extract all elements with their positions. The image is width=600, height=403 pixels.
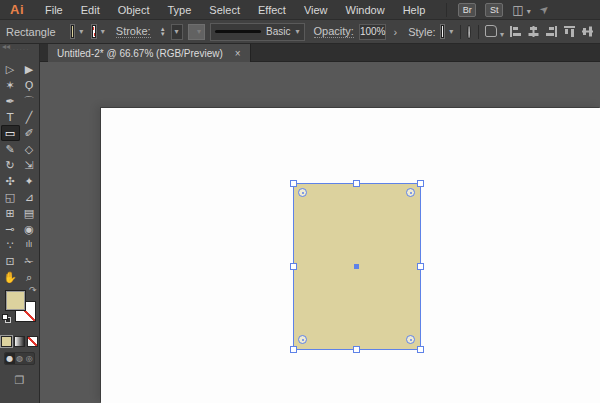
slice-tool[interactable]: ✁: [20, 253, 39, 269]
scale-tool[interactable]: ⇲: [20, 157, 39, 173]
tools-panel-header[interactable]: ◂◂ ······: [0, 44, 39, 59]
gpu-performance-icon[interactable]: ➤: [537, 2, 552, 18]
symbol-sprayer-tool[interactable]: ∵: [1, 237, 20, 253]
rotate-tool[interactable]: ↻: [1, 157, 20, 173]
puppet-warp-tool[interactable]: ✦: [20, 173, 39, 189]
workspace-switcher[interactable]: ◫ ▾: [512, 3, 530, 17]
handle-middle-left[interactable]: [290, 263, 297, 270]
stroke-weight-dropdown[interactable]: ▾: [171, 24, 183, 40]
pencil-tool[interactable]: ✎: [1, 141, 20, 157]
menu-object[interactable]: Object: [109, 4, 159, 16]
graphic-style-swatch[interactable]: [441, 25, 445, 38]
handle-bottom-right[interactable]: [417, 346, 424, 353]
chevron-down-icon[interactable]: ▾: [79, 27, 83, 36]
column-graph-tool[interactable]: ılı: [20, 237, 39, 253]
shape-properties-button[interactable]: ▾: [485, 25, 504, 39]
document-tab-title: Untitled-2* @ 66.67% (RGB/Preview): [57, 48, 223, 59]
align-horizontal-left-icon[interactable]: [509, 25, 522, 39]
artboard-tool[interactable]: ⊡: [1, 253, 20, 269]
eyedropper-tool[interactable]: ⊸: [1, 221, 20, 237]
handle-middle-right[interactable]: [417, 263, 424, 270]
opacity-value-field[interactable]: 100%: [359, 24, 387, 40]
puppet-warp-tool-icon: ✦: [24, 176, 33, 187]
pen-tool[interactable]: ✒: [1, 93, 20, 109]
rectangle-tool[interactable]: ▭: [1, 125, 20, 141]
stroke-weight-label[interactable]: Stroke:: [116, 25, 151, 38]
menu-file[interactable]: File: [36, 4, 72, 16]
lasso-tool-icon: Ϙ: [25, 80, 34, 91]
width-tool-icon: ✣: [5, 176, 14, 187]
stroke-color-swatch[interactable]: [92, 25, 96, 38]
width-tool[interactable]: ✣: [1, 173, 20, 189]
default-fill-stroke-icon[interactable]: [2, 314, 12, 324]
bridge-button[interactable]: Br: [458, 3, 476, 17]
fill-proxy-swatch[interactable]: [5, 290, 26, 311]
gradient-button[interactable]: [14, 336, 25, 347]
stock-button[interactable]: St: [485, 3, 503, 17]
menu-select[interactable]: Select: [200, 4, 249, 16]
type-tool[interactable]: T: [1, 109, 20, 125]
direct-selection-tool[interactable]: ▶: [20, 61, 39, 77]
handle-top-center[interactable]: [353, 180, 360, 187]
draw-normal-button[interactable]: ●: [5, 353, 15, 364]
chevron-down-icon[interactable]: ▾: [449, 27, 453, 36]
panel-grip-icon[interactable]: ······: [0, 46, 39, 53]
screen-mode-button[interactable]: ❐: [0, 374, 39, 387]
chevron-down-icon: ▾: [500, 30, 504, 39]
swap-fill-stroke-icon[interactable]: ↷: [29, 285, 37, 295]
align-horizontal-right-icon[interactable]: [545, 25, 558, 39]
curvature-tool[interactable]: ⌒: [20, 93, 39, 109]
draw-inside-button[interactable]: ◎: [24, 353, 34, 364]
mesh-tool[interactable]: ⊞: [1, 205, 20, 221]
chevron-down-icon[interactable]: ▾: [101, 27, 105, 36]
recolor-artwork-icon[interactable]: [467, 25, 470, 39]
menu-type[interactable]: Type: [159, 4, 201, 16]
paintbrush-tool[interactable]: ✐: [20, 125, 39, 141]
brush-definition-dropdown[interactable]: Basic ▾: [210, 23, 304, 41]
menu-help[interactable]: Help: [394, 4, 435, 16]
pen-tool-icon: ✒: [5, 96, 14, 107]
handle-top-left[interactable]: [290, 180, 297, 187]
stroke-weight-stepper[interactable]: ▲ ▼: [160, 27, 166, 37]
line-segment-tool[interactable]: ╱: [20, 109, 39, 125]
handle-bottom-center[interactable]: [353, 346, 360, 353]
menu-window[interactable]: Window: [337, 4, 394, 16]
canvas-pasteboard[interactable]: [40, 62, 600, 403]
zoom-tool-icon: ⌕: [26, 272, 32, 283]
color-button[interactable]: [1, 336, 12, 347]
drawing-mode-buttons: ● ◍ ◎: [4, 352, 35, 365]
opacity-label[interactable]: Opacity:: [314, 25, 354, 38]
close-icon[interactable]: ×: [235, 48, 241, 59]
draw-behind-button[interactable]: ◍: [15, 353, 25, 364]
blend-tool[interactable]: ◉: [20, 221, 39, 237]
document-tab[interactable]: Untitled-2* @ 66.67% (RGB/Preview) ×: [48, 44, 251, 62]
center-point[interactable]: [354, 264, 359, 269]
corner-radius-widget-top-right[interactable]: [406, 188, 415, 197]
magic-wand-tool[interactable]: ✶: [1, 77, 20, 93]
zoom-tool[interactable]: ⌕: [20, 269, 39, 285]
handle-top-right[interactable]: [417, 180, 424, 187]
align-vertical-top-icon[interactable]: [563, 25, 576, 39]
gradient-tool[interactable]: ▤: [20, 205, 39, 221]
fill-color-swatch[interactable]: [71, 25, 75, 38]
align-vertical-center-icon[interactable]: [581, 25, 594, 39]
shape-builder-tool[interactable]: ◱: [1, 189, 20, 205]
stepper-down-icon[interactable]: ▼: [160, 32, 166, 37]
none-button[interactable]: [27, 336, 38, 347]
slice-tool-icon: ✁: [24, 256, 33, 267]
corner-radius-widget-bottom-left[interactable]: [298, 335, 307, 344]
menu-effect[interactable]: Effect: [249, 4, 295, 16]
handle-bottom-left[interactable]: [290, 346, 297, 353]
chevron-down-icon: ▾: [296, 27, 300, 36]
hand-tool[interactable]: ✋: [1, 269, 20, 285]
menu-edit[interactable]: Edit: [72, 4, 109, 16]
lasso-tool[interactable]: Ϙ: [20, 77, 39, 93]
opacity-more-icon[interactable]: ›: [391, 26, 399, 38]
menu-view[interactable]: View: [295, 4, 337, 16]
eraser-tool[interactable]: ◇: [20, 141, 39, 157]
selection-tool[interactable]: ▷: [1, 61, 20, 77]
corner-radius-widget-bottom-right[interactable]: [406, 335, 415, 344]
perspective-grid-tool[interactable]: ⊿: [20, 189, 39, 205]
corner-radius-widget-top-left[interactable]: [298, 188, 307, 197]
align-horizontal-center-icon[interactable]: [527, 25, 540, 39]
